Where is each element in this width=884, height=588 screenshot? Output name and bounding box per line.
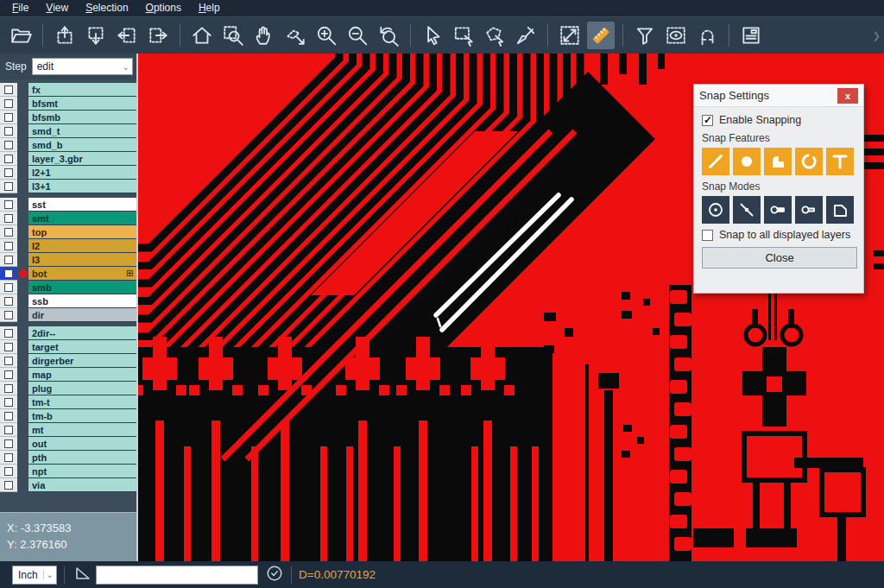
layer-name[interactable]: tm-b (28, 409, 136, 423)
layer-row-dir[interactable]: dir (0, 308, 136, 322)
layer-row-map[interactable]: map (0, 368, 136, 382)
layer-name[interactable]: l2+1 (28, 166, 136, 180)
menu-options[interactable]: Options (137, 0, 190, 16)
layer-row-tm-b[interactable]: tm-b (0, 409, 136, 423)
layer-name[interactable]: target (28, 340, 136, 354)
layer-visibility-checkbox[interactable] (0, 308, 17, 322)
layer-visibility-checkbox[interactable] (0, 180, 17, 193)
snap-pad-end-icon[interactable] (764, 196, 792, 224)
layer-row-l2[interactable]: l2 (0, 239, 136, 253)
layer-row-smt[interactable]: smt (0, 212, 136, 225)
snap-text-icon[interactable] (826, 148, 854, 175)
layer-name[interactable]: layer_3.gbr (28, 152, 136, 166)
layer-name[interactable]: plug (28, 382, 136, 395)
layer-name[interactable]: sst (28, 198, 136, 212)
layer-row-l3-1[interactable]: l3+1 (0, 180, 136, 193)
layer-visibility-checkbox[interactable] (0, 281, 17, 294)
toolbar-overflow-chevron[interactable]: ❯ (873, 30, 881, 41)
layer-name[interactable]: dirgerber (28, 354, 136, 368)
layer-name[interactable]: mt (28, 423, 136, 437)
layer-visibility-checkbox[interactable] (0, 97, 17, 111)
layer-row-2dir-[interactable]: 2dir-- (0, 326, 136, 340)
layer-row-smb[interactable]: smb (0, 281, 136, 294)
layer-row-out[interactable]: out (0, 437, 136, 451)
layer-row-ssb[interactable]: ssb (0, 294, 136, 308)
layer-row-plug[interactable]: plug (0, 382, 136, 395)
layer-visibility-checkbox[interactable] (0, 354, 17, 368)
layer-visibility-checkbox[interactable] (0, 152, 17, 166)
layer-visibility-checkbox[interactable] (0, 437, 17, 451)
layer-name[interactable]: smb (28, 281, 136, 294)
zoom-object-icon[interactable] (281, 22, 309, 49)
layer-row-smd-b[interactable]: smd_b (0, 138, 136, 152)
layer-name[interactable]: top (28, 225, 136, 239)
layer-name[interactable]: out (28, 437, 136, 451)
select-cursor-icon[interactable] (419, 22, 446, 49)
snap-circle-icon[interactable] (733, 148, 761, 175)
enable-snapping-row[interactable]: Enable Snapping (702, 114, 856, 126)
snap-on-segment-icon[interactable] (733, 196, 761, 224)
layer-visibility-checkbox[interactable] (0, 340, 17, 354)
step-select[interactable]: edit ⌄ (32, 58, 133, 75)
zoom-out-icon[interactable] (344, 22, 371, 49)
layer-visibility-checkbox[interactable] (0, 111, 17, 124)
menu-view[interactable]: View (37, 0, 77, 16)
layer-name[interactable]: 2dir-- (28, 326, 136, 340)
view-options-icon[interactable] (662, 22, 690, 49)
layer-row-via[interactable]: via (0, 478, 136, 492)
layer-row-target[interactable]: target (0, 340, 136, 354)
layer-name[interactable]: smd_b (28, 138, 136, 152)
ruler-icon[interactable] (587, 22, 615, 49)
layer-visibility-checkbox[interactable] (0, 294, 17, 308)
layer-name[interactable]: via (28, 478, 136, 492)
snap-dialog-titlebar[interactable]: Snap Settings x (694, 85, 863, 107)
layer-visibility-checkbox[interactable] (0, 124, 17, 138)
pan-up-icon[interactable] (51, 22, 79, 49)
snap-surface-icon[interactable] (764, 148, 792, 175)
layer-name[interactable]: smd_t (28, 124, 136, 138)
snap-line-icon[interactable] (702, 148, 729, 175)
menu-file[interactable]: File (3, 0, 37, 16)
layer-row-smd-t[interactable]: smd_t (0, 124, 136, 138)
layer-name[interactable]: tm-t (28, 395, 136, 409)
layer-row-sst[interactable]: sst (0, 198, 136, 212)
pan-hand-icon[interactable] (250, 22, 278, 49)
layer-row-bfsmt[interactable]: bfsmt (0, 97, 136, 111)
apply-circle-icon[interactable] (265, 564, 284, 586)
layer-row-fx[interactable]: fx (0, 83, 136, 97)
layer-visibility-checkbox[interactable] (0, 465, 17, 478)
pan-left-icon[interactable] (113, 22, 141, 49)
layer-row-mt[interactable]: mt (0, 423, 136, 437)
layer-name[interactable]: smt (28, 212, 136, 225)
unit-select[interactable]: Inch ⌄ (12, 566, 57, 585)
close-icon[interactable]: x (837, 88, 858, 104)
layer-visibility-checkbox[interactable] (0, 198, 17, 212)
pan-down-icon[interactable] (82, 22, 110, 49)
layer-row-dirgerber[interactable]: dirgerber (0, 354, 136, 368)
value-input[interactable] (96, 566, 258, 585)
layer-visibility-checkbox[interactable] (0, 326, 17, 340)
paint-icon[interactable] (512, 22, 540, 49)
pan-right-icon[interactable] (144, 22, 172, 49)
layer-row-bot[interactable]: bot⊞ (0, 267, 136, 281)
snap-all-layers-checkbox[interactable] (702, 230, 713, 241)
layer-visibility-checkbox[interactable] (0, 239, 17, 253)
measure-line-icon[interactable] (556, 22, 584, 49)
layer-name[interactable]: fx (28, 83, 136, 97)
filter-icon[interactable] (631, 22, 659, 49)
zoom-window-icon[interactable] (219, 22, 247, 49)
snap-center-icon[interactable] (702, 196, 729, 224)
layer-name[interactable]: pth (28, 451, 136, 465)
layers-panel-icon[interactable] (737, 22, 765, 49)
snap-magnet-icon[interactable] (693, 22, 721, 49)
grid-icon[interactable]: ⊞ (126, 268, 134, 279)
layer-name[interactable]: l2 (28, 239, 136, 253)
layer-visibility-checkbox[interactable] (0, 382, 17, 395)
layer-visibility-checkbox[interactable] (0, 423, 17, 437)
layer-visibility-checkbox[interactable] (0, 212, 17, 225)
layer-name[interactable]: l3 (28, 253, 136, 267)
layer-row-pth[interactable]: pth (0, 451, 136, 465)
snap-pad-exit-icon[interactable] (795, 196, 823, 224)
layer-name[interactable]: map (28, 368, 136, 382)
select-polygon-icon[interactable] (481, 22, 508, 49)
